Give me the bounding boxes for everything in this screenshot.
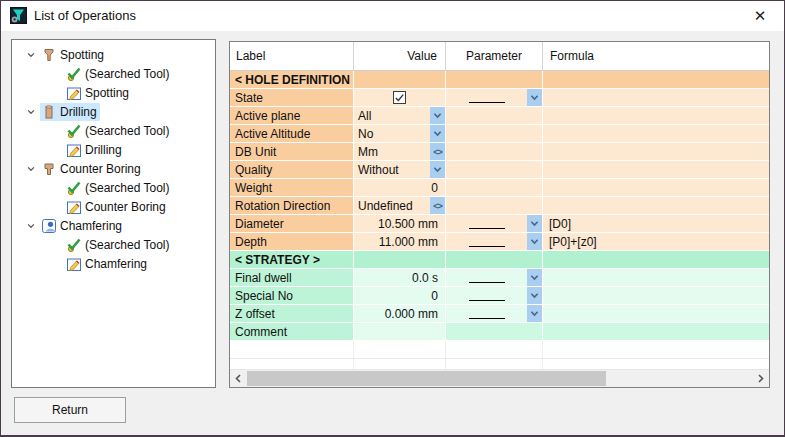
value-cell[interactable]: 0 xyxy=(354,287,446,304)
value-text: 0 xyxy=(354,289,445,303)
checkbox[interactable] xyxy=(393,91,406,104)
parameter-dropdown-button[interactable] xyxy=(527,305,542,322)
tree-item-searched-tool[interactable]: (Searched Tool) xyxy=(12,178,215,197)
value-cell[interactable] xyxy=(354,89,446,106)
formula-cell[interactable]: [D0] xyxy=(543,215,769,232)
parameter-cell[interactable] xyxy=(446,305,543,322)
parameter-cell[interactable] xyxy=(446,179,543,196)
drill-icon xyxy=(41,104,57,120)
empty-row xyxy=(230,359,769,369)
parameter-cell[interactable] xyxy=(446,143,543,160)
parameter-cell[interactable] xyxy=(446,323,543,340)
scroll-right-button[interactable] xyxy=(752,370,769,387)
empty-cell xyxy=(543,359,769,369)
parameter-underline xyxy=(469,221,505,229)
tree-item-counter-boring[interactable]: Counter Boring xyxy=(12,159,215,178)
label-cell: State xyxy=(230,89,354,106)
value-cell[interactable]: Mm<> xyxy=(354,143,446,160)
property-row-comment: Comment xyxy=(230,323,769,341)
horizontal-scrollbar[interactable] xyxy=(230,369,769,387)
formula-cell[interactable] xyxy=(543,287,769,304)
tree-item-label: Spotting xyxy=(60,48,104,62)
parameter-cell[interactable] xyxy=(446,215,543,232)
chevron-down-icon[interactable] xyxy=(24,219,37,232)
tree-item-label: Counter Boring xyxy=(60,162,141,176)
section-row-hole-definition: < HOLE DEFINITION > xyxy=(230,71,769,89)
tree-item-counter-boring[interactable]: Counter Boring xyxy=(12,197,215,216)
dropdown-button[interactable] xyxy=(430,125,445,142)
value-cell[interactable] xyxy=(354,323,446,340)
value-text: 0.000 mm xyxy=(354,307,445,321)
value-cell[interactable]: 0.000 mm xyxy=(354,305,446,322)
properties-table: LabelValueParameterFormula < HOLE DEFINI… xyxy=(229,41,770,388)
value-cell xyxy=(354,251,446,268)
label-cell: Rotation Direction xyxy=(230,197,354,214)
formula-cell[interactable] xyxy=(543,125,769,142)
formula-cell[interactable] xyxy=(543,323,769,340)
value-cell[interactable]: 0 xyxy=(354,179,446,196)
parameter-cell[interactable] xyxy=(446,233,543,250)
formula-cell[interactable] xyxy=(543,305,769,322)
scroll-left-button[interactable] xyxy=(230,370,247,387)
formula-cell[interactable] xyxy=(543,143,769,160)
chevron-down-icon[interactable] xyxy=(24,48,37,61)
parameter-underline xyxy=(469,95,505,103)
value-text: All xyxy=(354,109,371,123)
tree-item-chamfering[interactable]: Chamfering xyxy=(12,216,215,235)
parameter-cell[interactable] xyxy=(446,161,543,178)
formula-cell[interactable] xyxy=(543,269,769,286)
close-button[interactable]: ✕ xyxy=(742,4,778,28)
value-cell[interactable]: No xyxy=(354,125,446,142)
parameter-dropdown-button[interactable] xyxy=(527,233,542,250)
formula-cell[interactable] xyxy=(543,179,769,196)
parameter-dropdown-button[interactable] xyxy=(527,269,542,286)
parameter-cell[interactable] xyxy=(446,89,543,106)
scroll-track[interactable] xyxy=(247,370,752,387)
tree-item-searched-tool[interactable]: (Searched Tool) xyxy=(12,235,215,254)
tree-item-spotting[interactable]: Spotting xyxy=(12,45,215,64)
value-cell[interactable]: 11.000 mm xyxy=(354,233,446,250)
column-header-parameter: Parameter xyxy=(446,42,543,70)
value-cell[interactable]: Without xyxy=(354,161,446,178)
property-row-rotation-direction: Rotation DirectionUndefined<> xyxy=(230,197,769,215)
chevron-down-icon[interactable] xyxy=(24,105,37,118)
value-cell[interactable]: 0.0 s xyxy=(354,269,446,286)
parameter-cell[interactable] xyxy=(446,287,543,304)
tree-item-searched-tool[interactable]: (Searched Tool) xyxy=(12,64,215,83)
chevron-down-icon[interactable] xyxy=(24,162,37,175)
parameter-dropdown-button[interactable] xyxy=(527,89,542,106)
value-text: Undefined xyxy=(354,199,413,213)
parameter-cell[interactable] xyxy=(446,269,543,286)
parameter-cell[interactable] xyxy=(446,197,543,214)
tree-item-searched-tool[interactable]: (Searched Tool) xyxy=(12,121,215,140)
property-row-final-dwell: Final dwell0.0 s xyxy=(230,269,769,287)
titlebar: List of Operations ✕ xyxy=(1,1,784,31)
value-text: Without xyxy=(354,163,399,177)
dropdown-button[interactable] xyxy=(430,161,445,178)
formula-cell[interactable] xyxy=(543,161,769,178)
tree-item-drilling[interactable]: Drilling xyxy=(12,102,215,121)
dropdown-button[interactable] xyxy=(430,107,445,124)
empty-cell xyxy=(354,359,446,369)
scroll-thumb[interactable] xyxy=(247,371,606,386)
tree-item-drilling[interactable]: Drilling xyxy=(12,140,215,159)
parameter-dropdown-button[interactable] xyxy=(527,287,542,304)
window-title: List of Operations xyxy=(34,1,136,31)
tree-item-chamfering[interactable]: Chamfering xyxy=(12,254,215,273)
spinner-button[interactable]: <> xyxy=(430,197,445,214)
spinner-button[interactable]: <> xyxy=(430,143,445,160)
value-cell[interactable]: Undefined<> xyxy=(354,197,446,214)
formula-cell[interactable] xyxy=(543,107,769,124)
tree-item-spotting[interactable]: Spotting xyxy=(12,83,215,102)
formula-cell[interactable]: [P0]+[z0] xyxy=(543,233,769,250)
property-row-state: State xyxy=(230,89,769,107)
parameter-dropdown-button[interactable] xyxy=(527,215,542,232)
value-cell[interactable]: All xyxy=(354,107,446,124)
formula-cell[interactable] xyxy=(543,89,769,106)
value-text: 10.500 mm xyxy=(354,217,445,231)
value-cell[interactable]: 10.500 mm xyxy=(354,215,446,232)
parameter-cell[interactable] xyxy=(446,125,543,142)
formula-cell[interactable] xyxy=(543,197,769,214)
return-button[interactable]: Return xyxy=(14,397,126,423)
parameter-cell[interactable] xyxy=(446,107,543,124)
